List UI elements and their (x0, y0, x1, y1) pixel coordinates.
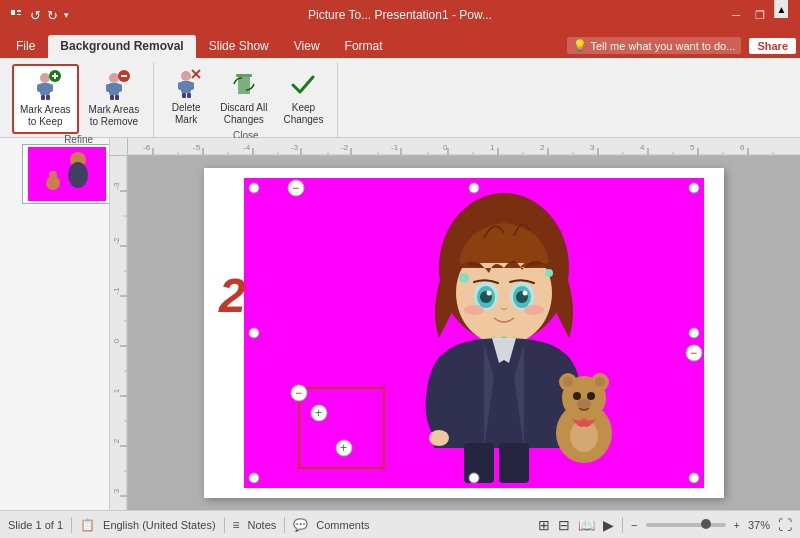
svg-point-37 (49, 171, 57, 179)
restore-button[interactable]: ❐ (752, 7, 768, 23)
delete-mark-label: DeleteMark (172, 102, 201, 126)
svg-point-115 (464, 305, 484, 315)
slide-page: 2 (204, 168, 724, 498)
keep-changes-button[interactable]: KeepChanges (277, 64, 329, 130)
svg-text:+: + (315, 406, 322, 420)
delete-mark-button[interactable]: DeleteMark (162, 64, 210, 130)
svg-rect-120 (499, 443, 529, 483)
svg-point-122 (545, 269, 553, 277)
status-left: Slide 1 of 1 📋 English (United States) ≡… (8, 517, 370, 533)
svg-text:-5: -5 (193, 143, 201, 152)
ruler-corner (110, 138, 128, 156)
slide-thumbnail[interactable] (22, 144, 110, 204)
slide-sorter-icon[interactable]: ⊟ (558, 517, 570, 533)
svg-text:−: − (690, 346, 697, 360)
minimize-button[interactable]: ─ (728, 7, 744, 23)
mark-remove-label: Mark Areasto Remove (89, 104, 140, 128)
svg-rect-12 (54, 73, 56, 79)
svg-rect-1 (11, 10, 15, 15)
svg-text:5: 5 (690, 143, 695, 152)
svg-point-134 (469, 183, 479, 193)
svg-point-137 (689, 328, 699, 338)
status-separator-3 (284, 517, 285, 533)
svg-text:-6: -6 (143, 143, 151, 152)
svg-text:1: 1 (112, 388, 121, 393)
svg-point-4 (40, 73, 50, 83)
svg-rect-20 (121, 75, 127, 77)
discard-changes-button[interactable]: Discard AllChanges (214, 64, 273, 130)
tab-slide-show[interactable]: Slide Show (197, 35, 281, 58)
normal-view-icon[interactable]: ⊞ (538, 517, 550, 533)
svg-point-131 (577, 399, 591, 409)
slide-panel: 1 (0, 138, 110, 510)
slide-info: Slide 1 of 1 (8, 519, 63, 531)
svg-point-121 (459, 273, 469, 283)
svg-text:-1: -1 (112, 287, 121, 295)
customize-icon[interactable]: ▾ (64, 10, 69, 20)
svg-text:2: 2 (112, 438, 121, 443)
fit-slide-icon[interactable]: ⛶ (778, 517, 792, 533)
svg-text:3: 3 (590, 143, 595, 152)
svg-rect-2 (17, 10, 21, 12)
ruler-horizontal: -6 -5 -4 -3 -2 -1 0 1 2 3 4 (128, 138, 800, 156)
status-separator-2 (224, 517, 225, 533)
svg-rect-9 (46, 95, 50, 100)
app-icon (8, 7, 24, 23)
redo-icon[interactable]: ↻ (47, 8, 58, 23)
number-overlay: 2 (219, 268, 246, 323)
zoom-out-icon[interactable]: − (631, 519, 637, 531)
status-right: ⊞ ⊟ 📖 ▶ − + 37% ⛶ (538, 517, 792, 533)
svg-point-21 (181, 71, 191, 81)
zoom-level[interactable]: 37% (748, 519, 770, 531)
svg-point-113 (487, 291, 492, 296)
mark-areas-to-keep-button[interactable]: Mark Areasto Keep (12, 64, 79, 134)
tab-view[interactable]: View (282, 35, 332, 58)
share-button[interactable]: Share (749, 38, 796, 54)
svg-point-117 (429, 430, 449, 446)
svg-point-116 (524, 305, 544, 315)
canvas-wrapper: -6 -5 -4 -3 -2 -1 0 1 2 3 4 (110, 138, 800, 510)
svg-rect-18 (115, 95, 119, 100)
svg-text:-2: -2 (341, 143, 349, 152)
svg-point-127 (563, 377, 573, 387)
slideshow-icon[interactable]: ▶ (603, 517, 614, 533)
svg-rect-23 (178, 82, 183, 90)
discard-label: Discard AllChanges (220, 102, 267, 126)
tab-background-removal[interactable]: Background Removal (48, 35, 195, 58)
ribbon-content: Mark Areasto Keep (0, 58, 800, 138)
reading-view-icon[interactable]: 📖 (578, 517, 595, 533)
svg-point-136 (249, 328, 259, 338)
ribbon-tabs: File Background Removal Slide Show View … (0, 30, 800, 58)
status-separator-1 (71, 517, 72, 533)
status-separator-4 (622, 517, 623, 533)
svg-point-135 (689, 183, 699, 193)
zoom-slider[interactable] (646, 523, 726, 527)
accessibility-icon[interactable]: 📋 (80, 518, 95, 532)
notes-label[interactable]: Notes (248, 519, 277, 531)
delete-mark-icon (170, 68, 202, 100)
svg-point-128 (595, 377, 605, 387)
svg-text:6: 6 (740, 143, 745, 152)
tab-format[interactable]: Format (333, 35, 395, 58)
svg-rect-25 (182, 93, 186, 98)
svg-text:1: 1 (490, 143, 495, 152)
language: English (United States) (103, 519, 216, 531)
svg-rect-15 (106, 84, 111, 92)
search-box[interactable]: 💡 Tell me what you want to do... (567, 37, 742, 54)
svg-text:+: + (340, 441, 347, 455)
close-buttons: DeleteMark Discard AllChanges (162, 64, 329, 130)
svg-text:-4: -4 (243, 143, 251, 152)
svg-text:3: 3 (112, 488, 121, 493)
undo-icon[interactable]: ↺ (30, 8, 41, 23)
search-icon: 💡 (573, 39, 587, 52)
main-area: 1 (0, 138, 800, 510)
tab-file[interactable]: File (4, 35, 47, 58)
svg-rect-16 (117, 84, 122, 92)
svg-point-139 (469, 473, 479, 483)
ribbon-collapse-button[interactable]: ▲ (774, 0, 788, 18)
svg-text:-2: -2 (112, 237, 121, 245)
comments-label[interactable]: Comments (316, 519, 369, 531)
zoom-in-icon[interactable]: + (734, 519, 740, 531)
discard-icon (228, 68, 260, 100)
mark-areas-to-remove-button[interactable]: Mark Areasto Remove (83, 66, 146, 132)
